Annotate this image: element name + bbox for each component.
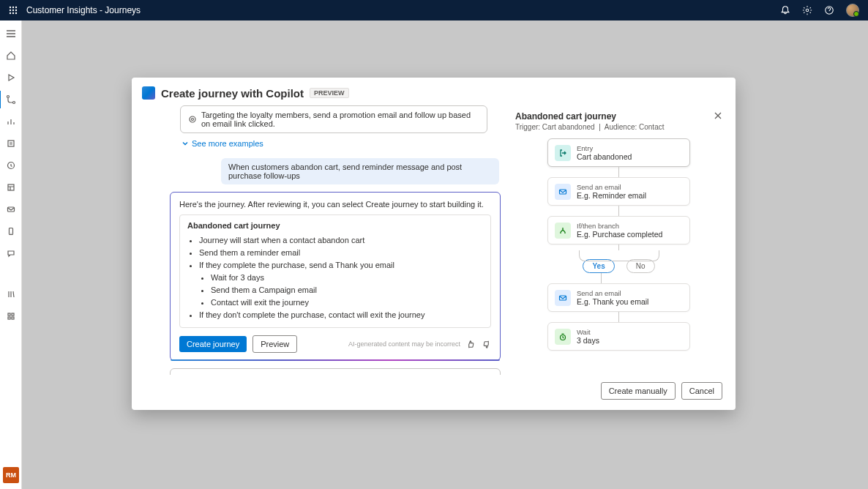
user-message: When customers abandon cart, send remind…: [221, 158, 499, 184]
journey-step: Journey will start when a contact abando…: [199, 234, 483, 247]
preview-title: Abandoned cart journey: [515, 111, 664, 122]
journey-substep: Contact will exit the journey: [211, 296, 483, 309]
journey-substep: Send them a Campaign email: [211, 284, 483, 296]
svg-point-8: [15, 12, 17, 14]
create-manually-button[interactable]: Create manually: [601, 382, 676, 400]
nav-clock-icon[interactable]: [5, 160, 17, 171]
see-more-examples-link[interactable]: See more examples: [182, 139, 501, 148]
flow-node-email[interactable]: Send an emailE.g. Thank you email: [547, 283, 690, 312]
journey-substep: Wait for 3 days: [211, 272, 483, 284]
nav-analytics-icon[interactable]: [5, 116, 17, 127]
svg-rect-21: [12, 317, 14, 319]
svg-point-9: [806, 9, 809, 12]
app-title: Customer Insights - Journeys: [26, 5, 780, 15]
flow-connector: [618, 206, 619, 216]
example-prompt-text: Targeting the loyalty members, send a pr…: [201, 111, 479, 128]
example-prompt[interactable]: Targeting the loyalty members, send a pr…: [180, 105, 487, 133]
nav-library-icon[interactable]: [5, 288, 17, 300]
flow-node-email[interactable]: Send an emailE.g. Reminder email: [547, 177, 690, 206]
branch-icon: [555, 223, 571, 239]
flow-connector: [601, 273, 602, 283]
nav-mobile-icon[interactable]: [5, 225, 17, 237]
app-launcher-icon[interactable]: [9, 6, 18, 15]
close-icon[interactable]: [714, 111, 722, 120]
sidebar-badge[interactable]: RM: [3, 467, 19, 483]
flow-connector: [618, 244, 619, 250]
svg-point-23: [192, 119, 194, 121]
svg-point-4: [12, 10, 14, 11]
flow-connector: [618, 167, 619, 177]
copilot-logo-icon: [142, 86, 155, 100]
nav-forms-icon[interactable]: [5, 138, 17, 149]
svg-point-6: [10, 12, 11, 14]
journey-step: Send them a reminder email: [199, 247, 483, 259]
svg-point-0: [10, 7, 11, 8]
nav-grid-icon[interactable]: [5, 310, 17, 322]
svg-point-2: [15, 7, 17, 8]
chevron-down-icon: [182, 140, 189, 147]
target-icon: [188, 115, 197, 124]
flow-node-wait[interactable]: Wait3 days: [547, 322, 690, 351]
journey-preview-panel: Abandoned cart journey Trigger: Cart aba…: [508, 105, 736, 375]
modal-header: Create journey with Copilot PREVIEW: [132, 78, 736, 105]
preview-badge: PREVIEW: [310, 88, 349, 98]
nav-journeys-icon[interactable]: [5, 94, 17, 105]
svg-point-12: [12, 102, 15, 104]
svg-rect-19: [12, 313, 14, 316]
flow-node-branch[interactable]: If/then branchE.g. Purchase completed: [547, 216, 690, 244]
wait-icon: [555, 329, 571, 345]
journey-title: Abandoned cart journey: [187, 221, 483, 230]
thumbs-up-icon[interactable]: [466, 340, 476, 349]
response-intro: Here's the journey. After reviewing it, …: [179, 200, 491, 209]
svg-point-3: [10, 10, 11, 11]
user-avatar[interactable]: [846, 4, 859, 17]
preview-button[interactable]: Preview: [252, 335, 297, 353]
svg-rect-18: [8, 313, 10, 316]
flow-branch-split: [579, 250, 659, 261]
create-journey-button[interactable]: Create journey: [179, 336, 247, 352]
nav-template-icon[interactable]: [5, 182, 17, 193]
entry-icon: [555, 145, 571, 161]
notifications-icon[interactable]: [780, 5, 790, 15]
journey-summary-card: Abandoned cart journey Journey will star…: [179, 214, 491, 328]
nav-hamburger-icon[interactable]: [5, 28, 17, 40]
nav-chat-icon[interactable]: [5, 247, 17, 259]
copilot-response: Here's the journey. After reviewing it, …: [170, 192, 501, 361]
svg-rect-15: [8, 184, 14, 190]
svg-point-22: [190, 116, 195, 122]
left-nav: [0, 20, 22, 489]
prompt-input[interactable]: Describe your customer journey in everyd…: [170, 368, 501, 375]
svg-point-7: [12, 12, 14, 14]
nav-home-icon[interactable]: [5, 50, 17, 61]
help-icon[interactable]: [824, 5, 834, 15]
svg-point-1: [12, 7, 14, 8]
journey-step: If they don't complete the purchase, con…: [199, 309, 483, 321]
preview-subtitle: Trigger: Cart abandoned | Audience: Cont…: [515, 123, 664, 131]
thumbs-down-icon[interactable]: [482, 340, 491, 349]
svg-rect-20: [8, 317, 10, 319]
svg-rect-13: [8, 141, 14, 146]
email-icon: [555, 290, 571, 306]
copilot-modal: Create journey with Copilot PREVIEW Targ…: [132, 78, 736, 410]
modal-title: Create journey with Copilot: [161, 87, 304, 100]
svg-point-5: [15, 10, 17, 11]
ai-disclaimer: AI-generated content may be incorrect: [348, 340, 460, 348]
flow-connector: [618, 312, 619, 322]
svg-point-11: [7, 96, 9, 98]
settings-icon[interactable]: [802, 5, 812, 15]
nav-play-icon[interactable]: [5, 72, 17, 83]
topbar: Customer Insights - Journeys: [0, 0, 868, 20]
flow-node-entry[interactable]: EntryCart abandoned: [547, 138, 690, 167]
chat-panel: Targeting the loyalty members, send a pr…: [142, 105, 508, 375]
nav-email-icon[interactable]: [5, 204, 17, 215]
email-icon: [555, 184, 571, 200]
cancel-button[interactable]: Cancel: [681, 382, 722, 400]
modal-footer: Create manually Cancel: [132, 375, 736, 410]
journey-step: If they complete the purchase, send a Th…: [199, 259, 483, 309]
